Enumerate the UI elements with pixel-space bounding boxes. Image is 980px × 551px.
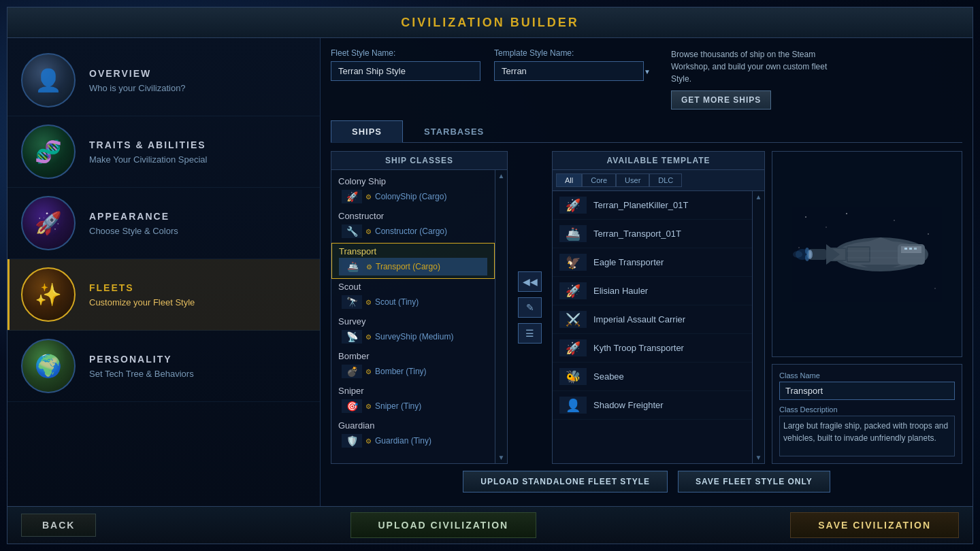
sidebar-overview-title: Overview xyxy=(89,68,186,79)
template-seabee-name: Seabee xyxy=(593,371,624,382)
upload-standalone-button[interactable]: Upload Standalone Fleet Style xyxy=(463,471,668,492)
ship-class-guardian[interactable]: Guardian 🛡️ ⚙ Guardian (Tiny) xyxy=(331,418,495,452)
template-kyth-troop[interactable]: 🚀 Kyth Troop Transporter xyxy=(553,334,752,363)
filter-core-button[interactable]: Core xyxy=(582,173,616,187)
ship-class-guardian-name: Guardian xyxy=(338,420,488,431)
sidebar-personality-subtitle: Set Tech Tree & Behaviors xyxy=(89,369,194,379)
template-elisian-hauler[interactable]: 🚀 Elisian Hauler xyxy=(553,277,752,305)
sidebar-item-traits[interactable]: Traits & Abilities Make Your Civilizatio… xyxy=(7,116,320,188)
ship-class-bomber[interactable]: Bomber 💣 ⚙ Bomber (Tiny) xyxy=(331,348,495,383)
list-button[interactable]: ☰ xyxy=(518,323,542,344)
template-eagle-transporter[interactable]: 🦅 Eagle Transporter xyxy=(553,248,752,277)
sidebar-overview-text: Overview Who is your Civilization? xyxy=(89,68,186,93)
guardian-tiny-label: Guardian (Tiny) xyxy=(375,436,431,446)
template-transport-01t-thumb: 🚢 xyxy=(559,225,587,242)
sidebar-appearance-text: Appearance Choose Style & Colors xyxy=(89,211,178,236)
available-template-header: Available Template xyxy=(553,152,764,170)
save-fleet-only-button[interactable]: Save Fleet Style Only xyxy=(678,471,830,492)
svg-point-3 xyxy=(846,213,847,214)
edit-button[interactable]: ✎ xyxy=(518,297,542,318)
tab-ships[interactable]: Ships xyxy=(331,120,403,143)
survey-ship-icon: 📡 xyxy=(342,330,362,344)
ship-subclass-sniper-tiny[interactable]: 🎯 ⚙ Sniper (Tiny) xyxy=(338,397,488,415)
fleet-style-name-group: Fleet Style Name: xyxy=(331,48,480,81)
ship-subclass-constructor-cargo[interactable]: 🔧 ⚙ Constructor (Cargo) xyxy=(338,222,488,240)
fleet-style-name-label: Fleet Style Name: xyxy=(331,48,480,58)
ship-subclass-scout-tiny[interactable]: 🔭 ⚙ Scout (Tiny) xyxy=(338,293,488,311)
template-seabee[interactable]: 🐝 Seabee xyxy=(553,363,752,391)
ship-class-survey-name: Survey xyxy=(338,316,488,327)
sniper-tiny-label: Sniper (Tiny) xyxy=(375,401,421,411)
back-button[interactable]: Back xyxy=(21,514,96,537)
svg-point-1 xyxy=(805,216,806,218)
sidebar-item-fleets[interactable]: Fleets Customize your Fleet Style xyxy=(7,259,320,331)
ship-subclass-colony-cargo[interactable]: 🚀 ⚙ ColonyShip (Cargo) xyxy=(338,188,488,205)
filter-all-button[interactable]: All xyxy=(556,173,582,187)
ship-class-colony[interactable]: Colony Ship 🚀 ⚙ ColonyShip (Cargo) xyxy=(331,173,495,208)
svg-rect-29 xyxy=(914,248,917,250)
ship-class-transport[interactable]: Transport 🚢 ⚙ Transport (Cargo) xyxy=(331,243,495,279)
template-seabee-thumb: 🐝 xyxy=(559,368,587,385)
template-imperial-thumb: ⚔️ xyxy=(559,311,587,328)
upload-civilization-button[interactable]: Upload Civilization xyxy=(350,512,537,538)
tab-starbases[interactable]: Starbases xyxy=(403,120,505,143)
sidebar-item-overview[interactable]: Overview Who is your Civilization? xyxy=(7,45,320,116)
fleet-style-name-input[interactable] xyxy=(331,61,480,81)
class-description-text: Large but fragile ship, packed with troo… xyxy=(779,416,955,456)
filter-dlc-button[interactable]: DLC xyxy=(649,173,682,187)
ship-subclass-transport-cargo[interactable]: 🚢 ⚙ Transport (Cargo) xyxy=(339,258,487,276)
template-style-select[interactable]: Terran Altarian Drengin xyxy=(494,61,644,81)
template-shadow-freighter[interactable]: 👤 Shadow Freighter xyxy=(553,391,752,420)
ship-class-sniper-name: Sniper xyxy=(338,386,488,396)
scroll-up-arrow[interactable]: ▲ xyxy=(498,172,505,180)
ship-class-survey[interactable]: Survey 📡 ⚙ SurveyShip (Medium) xyxy=(331,314,495,348)
sidebar-overview-subtitle: Who is your Civilization? xyxy=(89,83,186,93)
ship-class-sniper[interactable]: Sniper 🎯 ⚙ Sniper (Tiny) xyxy=(331,383,495,418)
svg-point-6 xyxy=(798,247,799,248)
sidebar-fleets-subtitle: Customize your Fleet Style xyxy=(89,297,195,307)
sidebar-appearance-subtitle: Choose Style & Colors xyxy=(89,226,178,236)
ship-subclass-bomber-tiny[interactable]: 💣 ⚙ Bomber (Tiny) xyxy=(338,363,488,380)
three-col-layout: Ship Classes Colony Ship 🚀 ⚙ ColonyShip … xyxy=(331,151,962,464)
svg-point-31 xyxy=(793,251,802,258)
template-planet-killer[interactable]: 🚀 Terran_PlanetKiller_01T xyxy=(553,191,752,220)
transfer-left-button[interactable]: ◀◀ xyxy=(518,271,542,292)
template-transport-01t[interactable]: 🚢 Terran_Transport_01T xyxy=(553,220,752,248)
class-name-label: Class Name xyxy=(779,371,955,380)
class-name-input[interactable] xyxy=(779,382,955,400)
template-style-name-label: Template Style Name: xyxy=(494,48,657,58)
template-planet-killer-thumb: 🚀 xyxy=(559,197,587,214)
ship-subclass-survey-medium[interactable]: 📡 ⚙ SurveyShip (Medium) xyxy=(338,328,488,346)
template-scroll-down[interactable]: ▼ xyxy=(755,454,762,461)
template-imperial-assault[interactable]: ⚔️ Imperial Assault Carrier xyxy=(553,305,752,334)
ship-class-bomber-name: Bomber xyxy=(338,351,488,361)
ship-subclass-guardian-tiny[interactable]: 🛡️ ⚙ Guardian (Tiny) xyxy=(338,432,488,450)
available-template-column: Available Template All Core User DLC 🚀 T… xyxy=(552,151,765,464)
template-scroll-up[interactable]: ▲ xyxy=(755,193,762,201)
template-style-select-wrapper: Terran Altarian Drengin xyxy=(494,61,657,81)
preview-column: Class Name Class Description Large but f… xyxy=(772,151,962,464)
ship-class-scout[interactable]: Scout 🔭 ⚙ Scout (Tiny) xyxy=(331,279,495,314)
svg-rect-14 xyxy=(848,248,869,261)
ship-classes-header: Ship Classes xyxy=(331,152,507,170)
ship-class-constructor[interactable]: Constructor 🔧 ⚙ Constructor (Cargo) xyxy=(331,208,495,243)
template-shadow-thumb: 👤 xyxy=(559,397,587,414)
constructor-ship-icon: 🔧 xyxy=(342,224,362,238)
main-container: Civilization Builder Overview Who is you… xyxy=(7,7,973,544)
steam-workshop-text: Browse thousands of ship on the Steam Wo… xyxy=(671,48,848,85)
get-more-ships-button[interactable]: Get More Ships xyxy=(671,90,771,110)
transport-cargo-label: Transport (Cargo) xyxy=(376,262,440,271)
transport-gear-icon: ⚙ xyxy=(366,263,372,271)
sidebar-item-appearance[interactable]: Appearance Choose Style & Colors xyxy=(7,188,320,259)
avatar-traits xyxy=(21,124,76,179)
filter-user-button[interactable]: User xyxy=(616,173,649,187)
svg-point-8 xyxy=(934,288,936,289)
bottom-bar: Back Upload Civilization Save Civilizati… xyxy=(7,506,973,544)
template-eagle-name: Eagle Transporter xyxy=(593,257,664,267)
sidebar-item-personality[interactable]: Personality Set Tech Tree & Behaviors xyxy=(7,331,320,402)
ship-classes-scrollbar[interactable]: ▲ ▼ xyxy=(495,170,507,463)
constructor-cargo-label: Constructor (Cargo) xyxy=(375,227,447,236)
template-scrollbar[interactable]: ▲ ▼ xyxy=(752,191,764,463)
scroll-down-arrow[interactable]: ▼ xyxy=(498,454,505,461)
save-civilization-button[interactable]: Save Civilization xyxy=(790,512,959,538)
